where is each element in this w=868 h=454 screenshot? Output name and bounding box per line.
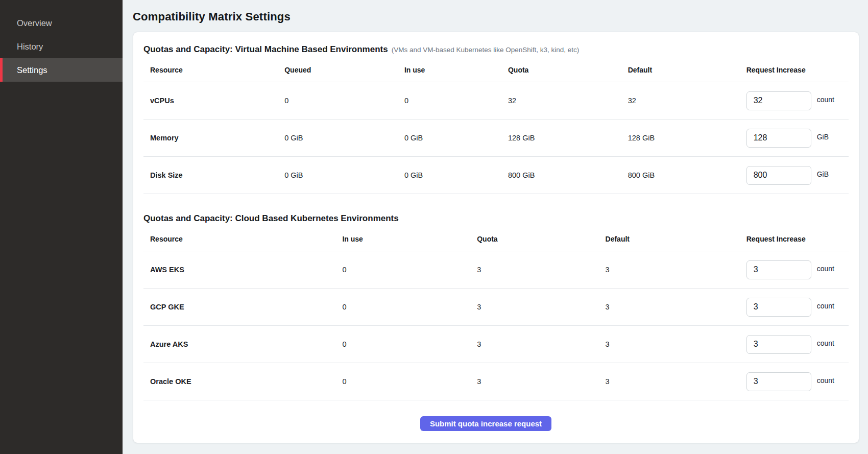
resource-name: GCP GKE <box>143 303 342 311</box>
main-content: Compatibility Matrix Settings Quotas and… <box>123 0 868 454</box>
sidebar-item-settings[interactable]: Settings <box>0 58 123 82</box>
request-increase-cell: count <box>746 335 849 354</box>
request-increase-input[interactable] <box>746 298 811 317</box>
unit-label: count <box>817 339 834 347</box>
request-increase-input[interactable] <box>746 260 811 279</box>
resource-value: 3 <box>606 303 746 311</box>
resource-value: 0 GiB <box>284 171 404 179</box>
resource-value: 0 GiB <box>404 171 508 179</box>
column-header: Resource <box>143 235 342 243</box>
table-row: GCP GKE033count <box>143 289 849 326</box>
table-row: Azure AKS033count <box>143 326 849 363</box>
resource-value: 32 <box>628 97 746 105</box>
resource-value: 3 <box>606 377 746 386</box>
resource-value: 3 <box>606 266 746 274</box>
resource-value: 128 GiB <box>628 134 746 142</box>
resource-value: 32 <box>508 97 628 105</box>
column-header: Default <box>628 66 746 74</box>
sidebar-item-label: History <box>17 42 43 52</box>
resource-value: 128 GiB <box>508 134 628 142</box>
resource-name: Azure AKS <box>143 340 342 348</box>
settings-card: Quotas and Capacity: Virtual Machine Bas… <box>133 32 859 443</box>
quota-section-1: Quotas and Capacity: Cloud Based Kuberne… <box>143 213 849 400</box>
column-header: Resource <box>143 66 284 74</box>
request-increase-input[interactable] <box>746 129 811 148</box>
sidebar-nav: OverviewHistorySettings <box>0 11 123 82</box>
resource-value: 0 <box>404 97 508 105</box>
table-row: vCPUs003232count <box>143 82 849 120</box>
unit-label: GiB <box>817 170 829 178</box>
unit-label: count <box>817 302 834 310</box>
resource-value: 3 <box>606 340 746 348</box>
request-increase-input[interactable] <box>746 91 811 110</box>
table-row: AWS EKS033count <box>143 251 849 289</box>
resource-value: 800 GiB <box>508 171 628 179</box>
request-increase-cell: count <box>746 298 849 317</box>
submit-row: Submit quota increase request <box>143 416 849 431</box>
unit-label: GiB <box>817 133 829 141</box>
resource-name: AWS EKS <box>143 266 342 274</box>
page-title: Compatibility Matrix Settings <box>133 10 859 23</box>
request-increase-cell: GiB <box>746 129 849 148</box>
table-row: Memory0 GiB0 GiB128 GiB128 GiBGiB <box>143 120 849 157</box>
column-header: Quota <box>508 66 628 74</box>
table-header-row: ResourceQueuedIn useQuotaDefaultRequest … <box>143 58 849 82</box>
unit-label: count <box>817 95 834 104</box>
unit-label: count <box>817 376 834 385</box>
column-header: Queued <box>284 66 404 74</box>
resource-value: 0 <box>342 340 477 348</box>
table-row: Oracle OKE033count <box>143 363 849 400</box>
sidebar-item-label: Settings <box>17 65 47 75</box>
resource-value: 0 <box>342 377 477 386</box>
quota-section-0: Quotas and Capacity: Virtual Machine Bas… <box>143 44 849 194</box>
section-title: Quotas and Capacity: Cloud Based Kuberne… <box>143 213 849 224</box>
resource-value: 3 <box>477 340 605 348</box>
section-subtitle: (VMs and VM-based Kubernetes like OpenSh… <box>392 46 580 54</box>
request-increase-cell: count <box>746 372 849 391</box>
quota-sections: Quotas and Capacity: Virtual Machine Bas… <box>143 44 849 400</box>
column-header: Request Increase <box>746 66 849 74</box>
request-increase-cell: GiB <box>746 166 849 185</box>
resource-name: Oracle OKE <box>143 377 342 386</box>
request-increase-cell: count <box>746 260 849 279</box>
request-increase-input[interactable] <box>746 166 811 185</box>
column-header: In use <box>342 235 477 243</box>
request-increase-cell: count <box>746 91 849 110</box>
resource-name: Memory <box>143 134 284 142</box>
table-header-row: ResourceIn useQuotaDefaultRequest Increa… <box>143 227 849 251</box>
column-header: Request Increase <box>746 235 849 243</box>
resource-value: 0 GiB <box>284 134 404 142</box>
resource-value: 3 <box>477 377 605 386</box>
unit-label: count <box>817 265 834 273</box>
resource-value: 0 <box>342 303 477 311</box>
submit-quota-increase-button[interactable]: Submit quota increase request <box>420 416 551 431</box>
section-title: Quotas and Capacity: Virtual Machine Bas… <box>143 44 849 55</box>
table-row: Disk Size0 GiB0 GiB800 GiB800 GiBGiB <box>143 157 849 194</box>
resource-value: 0 GiB <box>404 134 508 142</box>
request-increase-input[interactable] <box>746 372 811 391</box>
column-header: Default <box>606 235 746 243</box>
resource-value: 0 <box>342 266 477 274</box>
request-increase-input[interactable] <box>746 335 811 354</box>
sidebar-item-label: Overview <box>17 18 52 28</box>
resource-value: 800 GiB <box>628 171 746 179</box>
resource-name: Disk Size <box>143 171 284 179</box>
column-header: In use <box>404 66 508 74</box>
column-header: Quota <box>477 235 605 243</box>
sidebar-item-overview[interactable]: Overview <box>0 11 123 35</box>
resource-value: 0 <box>284 97 404 105</box>
resource-value: 3 <box>477 303 605 311</box>
resource-name: vCPUs <box>143 97 284 105</box>
resource-value: 3 <box>477 266 605 274</box>
sidebar-item-history[interactable]: History <box>0 35 123 58</box>
sidebar: OverviewHistorySettings <box>0 0 123 454</box>
